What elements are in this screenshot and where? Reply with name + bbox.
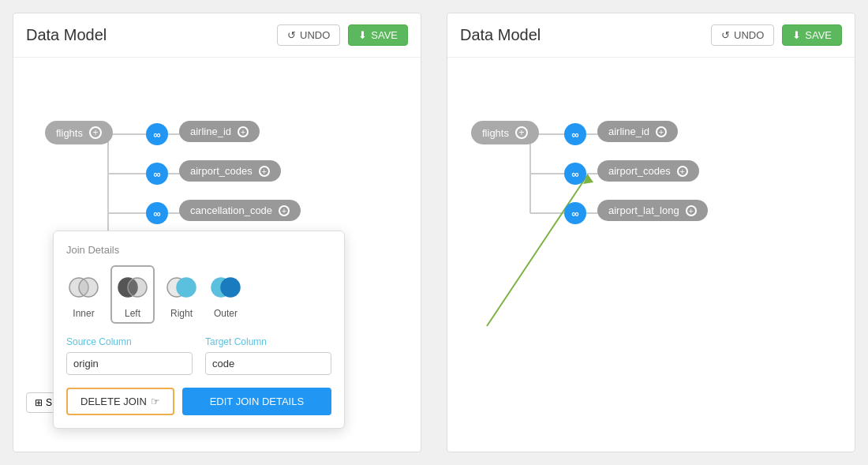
airline-id-plus[interactable]: + [238, 126, 249, 137]
right-join-label: Right [170, 308, 193, 319]
inner-join-icon [66, 270, 101, 305]
delete-join-button[interactable]: DELETE JOIN ☞ [66, 388, 174, 415]
undo-icon: ↺ [287, 29, 296, 41]
source-column-input[interactable] [66, 352, 193, 375]
left-diagram-area: flights + ∞ airline_id + ∞ airport_codes… [13, 58, 421, 452]
right-airline-id-plus[interactable]: + [656, 126, 667, 137]
cursor-icon: ☞ [151, 396, 160, 407]
right-link-icon-3: ∞ [571, 208, 578, 219]
link-icon-3: ∞ [153, 208, 160, 219]
right-save-button[interactable]: ⬇ SAVE [782, 24, 842, 46]
right-airport-lat-long-plus[interactable]: + [686, 205, 697, 216]
save-icon: ⬇ [358, 29, 367, 41]
left-join-icon [115, 270, 150, 305]
right-airline-id-node[interactable]: airline_id + [597, 121, 678, 142]
table-icon: ⊞ [35, 397, 43, 408]
flights-node-box: flights + [45, 121, 113, 144]
join-type-outer[interactable]: Outer [208, 270, 243, 319]
right-flights-plus[interactable]: + [515, 126, 528, 139]
svg-point-12 [128, 278, 147, 297]
right-link-node-3[interactable]: ∞ [564, 202, 586, 224]
right-panel-header: Data Model ↺ UNDO ⬇ SAVE [447, 13, 855, 58]
target-column-input[interactable] [205, 352, 331, 375]
right-airport-codes-label: airport_codes [608, 165, 671, 177]
airline-id-label: airline_id [190, 126, 231, 137]
svg-point-10 [79, 278, 98, 297]
join-columns-row: Source Column Target Column [66, 336, 331, 375]
cancellation-code-label: cancellation_code [190, 204, 272, 216]
join-type-right[interactable]: Right [164, 270, 199, 319]
edit-join-label: EDIT JOIN DETAILS [210, 396, 304, 407]
airport-codes-label: airport_codes [190, 165, 253, 177]
svg-point-14 [177, 278, 196, 297]
cancellation-code-plus[interactable]: + [279, 205, 290, 216]
left-save-button[interactable]: ⬇ SAVE [348, 24, 408, 46]
right-undo-button[interactable]: ↺ UNDO [711, 24, 774, 46]
right-join-icon [164, 270, 199, 305]
airport-codes-node[interactable]: airport_codes + [179, 160, 281, 182]
airport-codes-plus[interactable]: + [259, 166, 270, 177]
cancellation-code-node[interactable]: cancellation_code + [179, 200, 301, 221]
right-link-node-1[interactable]: ∞ [564, 123, 586, 145]
right-link-icon-1: ∞ [571, 129, 578, 141]
outer-join-label: Outer [214, 308, 238, 319]
target-column-col: Target Column [205, 336, 331, 375]
right-save-icon: ⬇ [792, 29, 801, 41]
svg-point-16 [221, 278, 240, 297]
flights-node[interactable]: flights + [45, 121, 113, 144]
join-action-buttons: DELETE JOIN ☞ EDIT JOIN DETAILS [66, 388, 331, 415]
right-link-node-2[interactable]: ∞ [564, 163, 586, 185]
right-connectors [447, 58, 855, 452]
link-node-3[interactable]: ∞ [146, 202, 168, 224]
join-popup-title: Join Details [66, 244, 331, 256]
right-airline-id-label: airline_id [608, 126, 649, 137]
flights-label: flights [56, 127, 83, 139]
right-airport-codes-plus[interactable]: + [677, 166, 688, 177]
right-link-icon-2: ∞ [571, 168, 578, 180]
flights-plus-icon[interactable]: + [89, 126, 102, 139]
right-airport-lat-long-label: airport_lat_long [608, 204, 679, 216]
right-flights-node[interactable]: flights + [471, 121, 539, 144]
source-column-col: Source Column [66, 336, 193, 375]
join-popup: Join Details Inner [53, 231, 345, 429]
right-airport-codes-node[interactable]: airport_codes + [597, 160, 699, 182]
right-diagram-area: flights + ∞ airline_id + ∞ airport_codes… [447, 58, 855, 452]
outer-join-icon [208, 270, 243, 305]
right-airport-lat-long-node[interactable]: airport_lat_long + [597, 200, 708, 221]
join-type-left[interactable]: Left [110, 265, 155, 324]
link-icon-2: ∞ [153, 168, 160, 180]
delete-join-label: DELETE JOIN [80, 396, 147, 407]
join-type-inner[interactable]: Inner [66, 270, 101, 319]
airline-id-node[interactable]: airline_id + [179, 121, 260, 142]
link-node-2[interactable]: ∞ [146, 163, 168, 185]
target-column-label: Target Column [205, 336, 331, 347]
right-undo-icon: ↺ [721, 29, 730, 41]
join-types-row: Inner Left [66, 265, 331, 324]
left-panel: Data Model ↺ UNDO ⬇ SAVE [13, 13, 421, 452]
right-flights-label: flights [482, 127, 509, 139]
right-flights-box: flights + [471, 121, 539, 144]
inner-join-label: Inner [73, 308, 94, 319]
link-icon-1: ∞ [153, 129, 160, 141]
edit-join-button[interactable]: EDIT JOIN DETAILS [182, 388, 331, 415]
link-node-1[interactable]: ∞ [146, 123, 168, 145]
svg-line-24 [487, 174, 588, 326]
right-panel-title: Data Model [460, 26, 703, 44]
left-panel-title: Data Model [26, 26, 269, 44]
left-undo-button[interactable]: ↺ UNDO [277, 24, 340, 46]
source-column-label: Source Column [66, 336, 193, 347]
left-join-label: Left [125, 308, 140, 319]
right-panel: Data Model ↺ UNDO ⬇ SAVE [447, 13, 855, 452]
left-panel-header: Data Model ↺ UNDO ⬇ SAVE [13, 13, 421, 58]
